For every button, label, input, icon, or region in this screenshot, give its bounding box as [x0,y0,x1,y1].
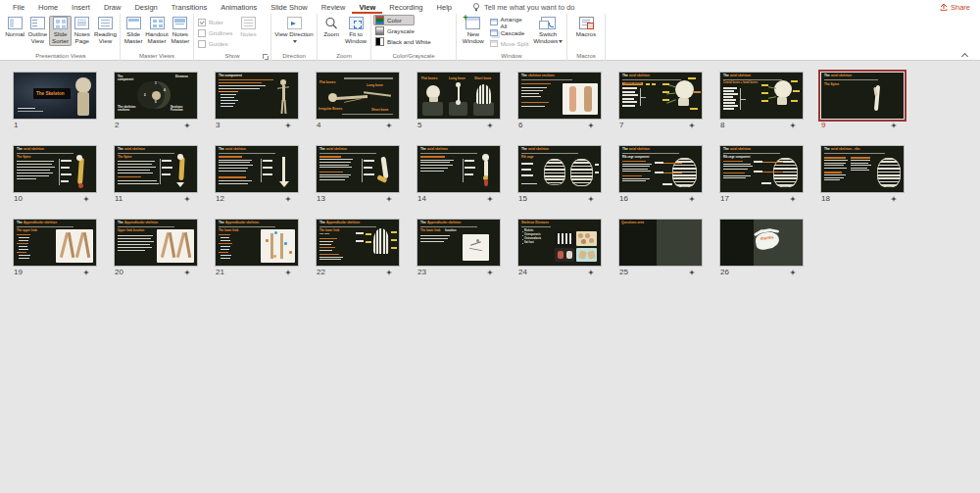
tab-draw[interactable]: Draw [97,0,128,14]
cascade-button[interactable]: Cascade [488,27,532,38]
reading-view-button[interactable]: Reading View [93,16,118,46]
collapse-ribbon-icon[interactable] [962,53,968,57]
slide-sorter-button[interactable]: Slide Sorter [49,16,71,46]
slide-master-button[interactable]: Slide Master [122,16,144,46]
thumb-graphic [17,170,50,171]
animation-star-icon [285,123,291,128]
slide-thumbnail-11[interactable]: Theaxial skeletonThe Spine [115,146,197,192]
tab-file[interactable]: File [6,0,31,14]
share-label: Share [951,3,970,12]
fit-to-window-icon [349,17,364,29]
gridlines-checkbox[interactable] [198,29,206,37]
group-label-zoom: Zoom [318,52,370,61]
thumb-graphic [851,168,867,169]
slide-thumbnail-20[interactable]: TheAppendicular skeletonUpper limb funct… [115,220,197,266]
view-direction-button[interactable]: View Direction [273,16,315,46]
thumb-graphic [723,164,751,165]
slide-thumbnail-4[interactable]: Flat bonesLong boneIrregular BonesShort … [317,73,399,119]
slide-thumbnail-21[interactable]: TheAppendicular skeletonThe lower limb [216,220,298,266]
switch-windows-button[interactable]: Switch Windows [531,16,564,46]
slide-thumbnail-7[interactable]: Theaxial skeletonCranial bones [619,73,702,119]
notes-page-button[interactable]: Notes Page [72,16,93,46]
thumb-graphic [723,96,733,98]
slide-thumbnail-9[interactable]: Theaxial skeletonThe Spine [821,73,904,119]
slide-thumbnail-24[interactable]: Skeleton DiseasesRicketsOsteoporosisOste… [518,220,601,266]
thumb-graphic [754,161,762,163]
fit-to-window-button[interactable]: Fit to Window [343,16,368,46]
show-dialog-launcher-icon[interactable] [263,54,269,60]
thumb-graphic [569,86,576,112]
notes-master-button[interactable]: Notes Master [170,16,191,46]
tell-me-box[interactable]: Tell me what you want to do [472,3,575,12]
slide-thumbnail-22[interactable]: TheAppendicular skeletonThe lower limbTh… [317,220,399,266]
slide-thumbnail-19[interactable]: TheAppendicular skeletonThe upper limb [14,220,96,266]
slide-master-label: Slide Master [123,30,143,45]
group-presentation-views: Normal Outline View Slide Sorter Notes P… [2,14,121,61]
thumb-graphic [429,97,438,102]
tab-review[interactable]: Review [315,0,353,14]
thumb-graphic [279,181,289,187]
ruler-checkbox[interactable] [198,19,206,26]
handout-master-button[interactable]: Handout Master [144,16,169,46]
tab-slide-show[interactable]: Slide Show [264,0,315,14]
zoom-button[interactable]: Zoom [319,16,343,38]
thumb-graphic: The lower limb [219,229,238,232]
grayscale-button[interactable]: Grayscale [373,25,454,36]
tab-view[interactable]: View [352,0,382,14]
outline-view-button[interactable]: Outline View [25,16,49,46]
tab-home[interactable]: Home [31,0,65,14]
black-and-white-button[interactable]: Black and White [373,36,454,47]
thumb-graphic [220,100,238,101]
slide-thumbnail-5[interactable]: Flat bonesLong boneShort bone [417,73,500,119]
thumb-graphic [641,97,646,98]
slide-thumbnail-13[interactable]: Theaxial skeleton [317,146,399,192]
ruler-checkbox-row[interactable]: Ruler [196,17,234,27]
slide-thumbnail-10[interactable]: Theaxial skeletonThe Spine [14,146,96,192]
slide-thumbnail-1[interactable]: The Skeleton [14,73,96,119]
slide-thumbnail-15[interactable]: Theaxial skeletonRib cage [518,146,601,192]
animation-star-icon [588,123,594,128]
slide-thumbnail-14[interactable]: Theaxial skeleton [417,146,500,192]
notes-button[interactable]: Notes [236,16,260,38]
slide-thumbnail-17[interactable]: Theaxial skeletonRib cage component [720,146,803,192]
move-split-button[interactable]: Move Split [488,38,532,49]
arrange-all-button[interactable]: Arrange All [488,17,532,27]
skull-graphic [675,80,694,99]
thumb-graphic [319,259,341,260]
tab-design[interactable]: Design [127,0,164,14]
slide-thumbnail-16[interactable]: Theaxial skeletonRib cage component [619,146,702,192]
thumb-graphic: axial skeleton [326,148,347,152]
thumb-graphic [581,239,586,244]
guides-checkbox[interactable] [198,40,206,48]
spine-graphic [178,157,184,180]
slide-thumbnail-3[interactable]: The component [216,73,298,119]
normal-view-label: Normal [5,30,24,37]
slide-thumbnail-6[interactable]: Theskeleton sections [518,73,601,119]
slide-thumbnail-2[interactable]: The componentDiseasesThe skeleton sectio… [115,73,197,119]
macros-button[interactable]: Macros [570,16,602,38]
slide-thumbnail-23[interactable]: TheAppendicular skeletonThe lower limbfu… [417,220,500,266]
normal-view-button[interactable]: Normal [4,16,25,38]
thumb-graphic: axial skeleton [225,148,246,152]
tab-recording[interactable]: Recording [382,0,429,14]
tab-transitions[interactable]: Transitions [165,0,214,14]
color-button[interactable]: Color [373,15,415,25]
slide-sorter-area[interactable]: The Skeleton1The componentDiseasesThe sk… [0,61,980,493]
slide-thumbnail-8[interactable]: Theaxial skeletonCranial bones + facial … [720,73,803,119]
guides-checkbox-row[interactable]: Guides [196,38,234,49]
gridlines-checkbox-row[interactable]: Gridlines [196,27,234,38]
tab-help[interactable]: Help [430,0,459,14]
slide-thumbnail-18[interactable]: Theaxial skeleton - ribs [821,146,904,192]
thumb-graphic: axial skeleton - ribs [831,148,860,152]
thumb-graphic [521,153,578,154]
tab-animations[interactable]: Animations [214,0,264,14]
group-macros: Macros Macros [567,14,606,61]
slide-thumbnail-12[interactable]: Theaxial skeleton [216,146,298,192]
tab-insert[interactable]: Insert [65,0,97,14]
thumb-graphic: axial skeleton [24,148,44,152]
thumb-graphic [319,156,341,158]
share-button[interactable]: Share [940,1,970,13]
new-window-button[interactable]: New Window [459,16,488,46]
slide-thumbnail-26[interactable]: thanks [720,220,803,266]
slide-thumbnail-25[interactable]: Questions area [619,220,702,266]
